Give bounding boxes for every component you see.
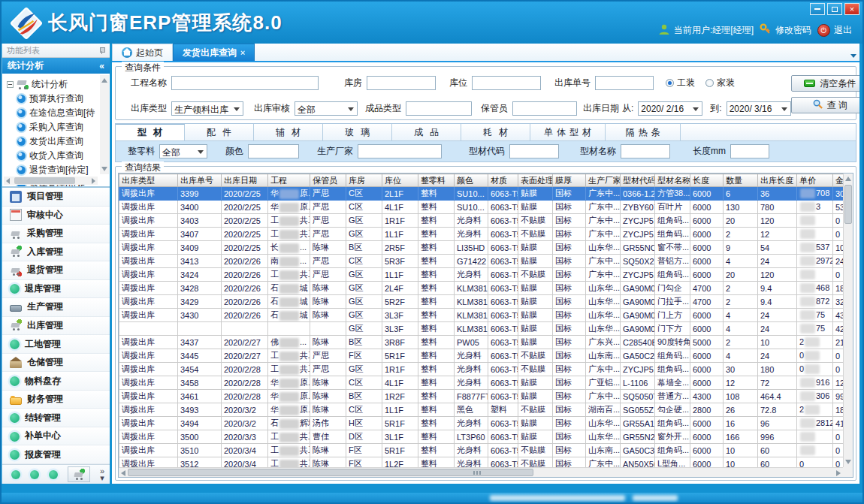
table-row[interactable]: 调拨出库34302020/2/26石城陈琳G区3L3F整料KLM38176063…	[119, 309, 844, 322]
tree-item-5[interactable]: 退货查询[待定]	[7, 163, 99, 177]
close-button[interactable]: ×	[844, 3, 859, 15]
column-header-15[interactable]: 长度	[690, 174, 724, 187]
table-row[interactable]: 调拨出库34132020/2/26南...严思C区5R3F整料G71422606…	[119, 255, 844, 268]
statistics-section-header[interactable]: 统计分析 «	[2, 58, 110, 74]
scroll-up-icon[interactable]	[101, 78, 107, 83]
column-header-18[interactable]: 单价	[797, 174, 833, 187]
column-header-13[interactable]: 型材代码	[621, 174, 655, 187]
warehouse-input[interactable]	[367, 76, 436, 90]
material-tab-6[interactable]: 单体型材	[530, 124, 606, 140]
tree-item-2[interactable]: 采购入库查询	[7, 120, 99, 134]
sidebar-menu-item-6[interactable]: 生产管理	[2, 298, 110, 317]
order-no-input[interactable]	[595, 76, 654, 90]
material-tab-3[interactable]: 玻璃	[323, 124, 392, 140]
sidebar-menu-item-10[interactable]: 物料盘存	[2, 372, 110, 391]
tree-item-3[interactable]: 发货出库查询	[7, 134, 99, 149]
column-header-8[interactable]: 颜色	[455, 174, 488, 187]
table-row[interactable]: 调拨出库34032020/2/25工共工程严思G区1R1F整料光身料6063-T…	[119, 214, 844, 228]
table-row[interactable]: 调拨出库34092020/2/25长...陈琳B区2R5F整料LI35HD606…	[119, 241, 844, 255]
sidebar-menu-item-5[interactable]: 退库管理	[2, 280, 110, 299]
tree-horizontal-scrollbar[interactable]	[4, 177, 98, 185]
scrollbar-thumb[interactable]	[14, 177, 75, 184]
project-name-input[interactable]	[171, 76, 319, 90]
cart-module-button[interactable]	[68, 466, 90, 482]
logout-button[interactable]: ⏻ 退出	[817, 24, 852, 37]
tree-expander-icon[interactable]	[7, 81, 14, 88]
scroll-down-icon[interactable]	[845, 460, 851, 464]
sidebar-menu-item-11[interactable]: 财务管理	[2, 391, 110, 409]
outbound-type-select[interactable]: 生产领料出库	[171, 101, 243, 116]
tree-item-4[interactable]: 收货入库查询	[7, 149, 99, 163]
profile-name-input[interactable]	[621, 144, 670, 158]
sidebar-menu-item-8[interactable]: 工地管理	[2, 335, 110, 354]
pin-icon[interactable]	[98, 47, 105, 54]
tab-home[interactable]: 起始页	[112, 44, 173, 61]
length-input[interactable]	[730, 144, 769, 158]
column-header-1[interactable]: 出库单号	[178, 174, 222, 187]
grid-vertical-scrollbar[interactable]	[843, 174, 853, 467]
column-header-11[interactable]: 膜厚	[553, 174, 586, 187]
column-header-2[interactable]: 出库日期	[222, 174, 268, 187]
material-tab-5[interactable]: 耗材	[461, 124, 530, 140]
sidebar-menu-item-9[interactable]: 仓储管理	[2, 354, 110, 373]
scrollbar-thumb[interactable]	[844, 185, 852, 224]
column-header-14[interactable]: 型材名称	[655, 174, 690, 187]
location-input[interactable]	[472, 76, 541, 90]
outbound-audit-select[interactable]: 全部	[295, 101, 358, 116]
table-row[interactable]: 调拨出库34002020/2/25华原...严思C区4L1F整料SU10...6…	[119, 201, 844, 214]
more-modules-button[interactable]: »▾	[100, 468, 104, 481]
column-header-6[interactable]: 库位	[382, 174, 418, 187]
tree-item-0[interactable]: 预算执行查询	[7, 92, 99, 106]
keeper-input[interactable]	[512, 101, 577, 116]
column-header-7[interactable]: 整零料	[418, 174, 455, 187]
table-row[interactable]: 调拨出库34372020/2/27佛...陈琳B区3R8F整料PW056063-…	[119, 336, 844, 349]
whole-part-select[interactable]: 全部	[159, 144, 207, 158]
sidebar-menu-item-0[interactable]: 项目管理	[2, 188, 110, 207]
sidebar-menu-item-4[interactable]: 退货管理	[2, 261, 110, 280]
scroll-down-icon[interactable]	[101, 167, 107, 171]
table-row[interactable]: 调拨出库34612020/2/28华原...陈琳B区1R2F整料F8877FT6…	[119, 390, 844, 403]
table-row[interactable]: 调拨出库34072020/2/25工共工程严思G区1L1F整料光身料6063-T…	[119, 228, 844, 241]
splitter-grip-icon[interactable]	[473, 471, 481, 475]
sidebar-menu-item-3[interactable]: 入库管理	[2, 243, 110, 262]
module-dot-icon[interactable]	[30, 470, 39, 479]
column-header-16[interactable]: 数量	[724, 174, 758, 187]
column-header-10[interactable]: 表面处理	[518, 174, 553, 187]
column-header-19[interactable]: 金额	[833, 174, 844, 187]
search-button[interactable]: 查 询	[791, 97, 862, 113]
sidebar-menu-item-7[interactable]: 出库管理	[2, 317, 110, 336]
table-row[interactable]: G区3L3F整料KLM38176063-T5贴膜国标山东华...GA90M09.…	[119, 322, 844, 336]
minimize-button[interactable]	[810, 3, 825, 15]
sidebar-menu-item-2[interactable]: 采购管理	[2, 225, 110, 243]
material-tab-7[interactable]: 隔热条	[606, 124, 681, 140]
radio-home[interactable]	[705, 79, 714, 87]
maximize-button[interactable]	[827, 3, 842, 15]
profile-code-input[interactable]	[509, 144, 559, 158]
material-tab-0[interactable]: 型材	[116, 124, 185, 140]
factory-input[interactable]	[358, 144, 442, 158]
column-header-5[interactable]: 库房	[346, 174, 382, 187]
date-to-select[interactable]: 2020/ 3/16	[727, 101, 791, 116]
tree-root[interactable]: 统计分析	[7, 77, 99, 92]
column-header-9[interactable]: 材质	[488, 174, 518, 187]
table-row[interactable]: 调拨出库34942020/3/2石辉城汤伟H区5R1F整料光身料6063-T5贴…	[119, 417, 844, 430]
material-tab-4[interactable]: 成品	[392, 124, 461, 140]
scrollbar-thumb[interactable]	[128, 469, 533, 476]
table-row[interactable]: 调拨出库33992020/2/25华原...严思C区2L1F整料SU10...6…	[119, 187, 844, 201]
column-header-17[interactable]: 出库长度	[758, 174, 797, 187]
scroll-right-icon[interactable]	[92, 178, 95, 184]
table-row[interactable]: 调拨出库35122020/3/4工共工程陈琳F区1L2F整料光身料6063-T5…	[119, 457, 844, 468]
table-row[interactable]: 调拨出库35002020/3/3工共工程曹佳D区3L1F整料LT3P606063…	[119, 430, 844, 444]
tab-list-dropdown-icon[interactable]	[850, 54, 856, 58]
color-input[interactable]	[248, 144, 299, 158]
change-password-button[interactable]: 修改密码	[760, 23, 811, 38]
sidebar-menu-item-12[interactable]: 结转管理	[2, 409, 110, 427]
product-type-input[interactable]	[406, 101, 472, 116]
table-row[interactable]: 调拨出库34292020/2/26石城陈琳G区5R2F整料KLM38176063…	[119, 295, 844, 309]
table-row[interactable]: 调拨出库34582020/2/28华原...陈琳C区4L1F整料光身料6063-…	[119, 376, 844, 390]
tab-close-icon[interactable]: ×	[240, 48, 245, 57]
module-dot-icon[interactable]	[49, 470, 58, 479]
tree-item-1[interactable]: 在途信息查询[待	[7, 106, 99, 120]
date-from-select[interactable]: 2020/ 2/16	[638, 101, 702, 116]
scroll-left-icon[interactable]	[6, 178, 10, 184]
